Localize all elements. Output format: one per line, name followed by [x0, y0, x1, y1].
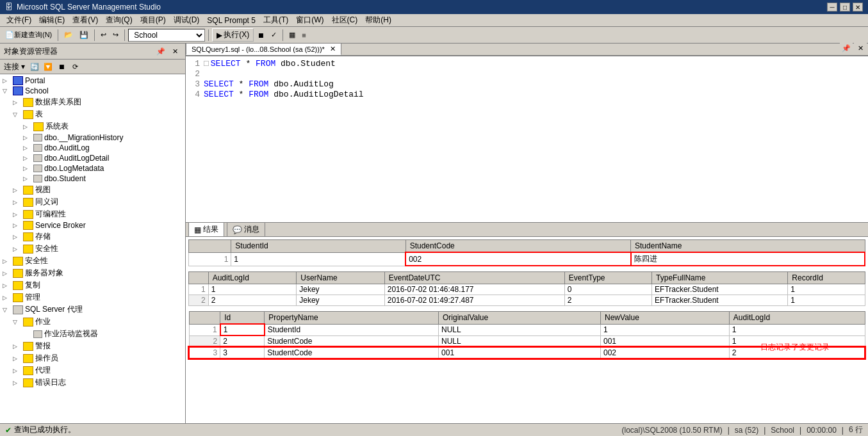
- tree-item-jobs[interactable]: ▽ 作业: [12, 316, 184, 328]
- oe-close-btn[interactable]: ✕: [168, 45, 181, 57]
- tree-item-migration[interactable]: ▷ dbo.__MigrationHistory: [22, 133, 184, 143]
- minimize-btn[interactable]: ─: [827, 3, 837, 12]
- expand-auditlog[interactable]: ▷: [23, 145, 33, 151]
- expand-migration[interactable]: ▷: [23, 134, 33, 141]
- tree-item-alerts[interactable]: ▷ 警报: [12, 340, 184, 352]
- tree-item-synonyms[interactable]: ▷ 同义词: [12, 196, 184, 208]
- tree-item-errorlogs[interactable]: ▷ 错误日志: [12, 376, 184, 389]
- tree-item-views[interactable]: ▷ 视图: [12, 184, 184, 196]
- tree-item-replication[interactable]: ▷ 复制: [1, 279, 184, 291]
- expand-student[interactable]: ▷: [23, 175, 33, 182]
- cell-al-date-1: 2016-07-02 01:46:48.177: [384, 284, 564, 295]
- expand-proxies[interactable]: ▷: [13, 367, 23, 374]
- database-selector[interactable]: SchoolPortalmaster: [128, 29, 205, 42]
- results-content[interactable]: StudentId StudentCode StudentName 1 1 00…: [186, 237, 868, 423]
- tree-item-sqlagent[interactable]: ▽ SQL Server 代理: [1, 303, 184, 316]
- query-tab-1[interactable]: SQLQuery1.sql - (lo...08.School (sa (52)…: [186, 43, 341, 55]
- tree-item-logmetadata[interactable]: ▷ dbo.LogMetadata: [22, 163, 184, 174]
- redo-btn[interactable]: ↪: [110, 28, 121, 42]
- cell-al-fullname-1: EFTracker.Student: [652, 284, 788, 295]
- oe-refresh-btn[interactable]: 🔄: [28, 61, 41, 72]
- expand-views[interactable]: ▷: [13, 187, 23, 193]
- tree-item-systables[interactable]: ▷ 系统表: [22, 120, 184, 133]
- tree-item-jobmonitor[interactable]: 作业活动监视器: [22, 328, 184, 340]
- menu-tools[interactable]: 工具(T): [259, 13, 292, 27]
- tree-item-portal[interactable]: ▷ Portal: [1, 76, 184, 86]
- oe-filter-btn[interactable]: 🔽: [42, 61, 54, 72]
- expand-management[interactable]: ▷: [3, 295, 13, 301]
- tree-item-servicebroker[interactable]: ▷ Service Broker: [12, 220, 184, 230]
- expand-school[interactable]: ▽: [3, 88, 13, 94]
- tree-item-programmability[interactable]: ▷ 可编程性: [12, 208, 184, 220]
- oe-stop-btn[interactable]: ⏹: [55, 61, 68, 72]
- folder-icon-programmability: [23, 210, 33, 219]
- tree-item-operators[interactable]: ▷ 操作员: [12, 352, 184, 364]
- query-close-btn[interactable]: ✕: [854, 42, 867, 54]
- tree-item-auditlogdetail[interactable]: ▷ dbo.AuditLogDetail: [22, 153, 184, 163]
- expand-tables[interactable]: ▽: [13, 111, 23, 118]
- menu-help[interactable]: 帮助(H): [361, 13, 395, 27]
- menu-edit[interactable]: 编辑(E): [35, 13, 69, 27]
- tree-item-tables[interactable]: ▽ 表: [12, 108, 184, 120]
- menu-file[interactable]: 文件(F): [3, 13, 35, 27]
- open-btn[interactable]: 📂: [61, 28, 76, 42]
- expand-programmability[interactable]: ▷: [13, 211, 23, 218]
- expand-sqlagent[interactable]: ▽: [3, 307, 13, 313]
- tree-item-school[interactable]: ▽ School: [1, 86, 184, 96]
- query-tab-close[interactable]: ✕: [330, 45, 336, 53]
- results-tab-grid[interactable]: ▦ 结果: [188, 222, 224, 237]
- expand-portal[interactable]: ▷: [3, 77, 13, 84]
- stop-btn[interactable]: ⏹: [255, 28, 267, 42]
- expand-security-school[interactable]: ▷: [13, 246, 23, 252]
- menu-sqlprompt[interactable]: SQL Prompt 5: [203, 15, 259, 26]
- expand-operators[interactable]: ▷: [13, 355, 23, 362]
- expand-errorlogs[interactable]: ▷: [13, 380, 23, 386]
- cell-al-date-2: 2016-07-02 01:49:27.487: [384, 295, 564, 306]
- tree-label-serverobjects: 服务器对象: [25, 268, 63, 279]
- expand-serverobjects[interactable]: ▷: [3, 270, 13, 277]
- close-btn[interactable]: ✕: [853, 3, 863, 12]
- expand-storage[interactable]: ▷: [13, 234, 23, 240]
- expand-replication[interactable]: ▷: [3, 282, 13, 289]
- code-line-2: 2: [188, 69, 865, 79]
- execute-button[interactable]: ▶ 执行(X): [212, 28, 254, 42]
- expand-systables[interactable]: ▷: [23, 124, 33, 130]
- menu-window[interactable]: 窗口(W): [292, 13, 327, 27]
- save-btn[interactable]: 💾: [77, 28, 91, 42]
- query-editor[interactable]: 1 □ SELECT * FROM dbo.Student 2 3 SELECT…: [186, 56, 868, 223]
- expand-dbdiagram[interactable]: ▷: [13, 99, 23, 106]
- tree-item-proxies[interactable]: ▷ 代理: [12, 364, 184, 376]
- tree-label-tables: 表: [35, 109, 43, 120]
- expand-logmetadata[interactable]: ▷: [23, 165, 33, 172]
- tree-item-management[interactable]: ▷ 管理: [1, 291, 184, 303]
- tree-item-storage[interactable]: ▷ 存储: [12, 230, 184, 243]
- results-tab-messages[interactable]: 💬 消息: [227, 222, 265, 237]
- menu-query[interactable]: 查询(Q): [102, 13, 136, 27]
- new-query-btn[interactable]: 📄 新建查询(N): [3, 28, 54, 42]
- menu-view[interactable]: 查看(V): [69, 13, 102, 27]
- query-pin-btn[interactable]: 📌: [840, 42, 853, 54]
- menu-project[interactable]: 项目(P): [136, 13, 170, 27]
- tree-item-security-school[interactable]: ▷ 安全性: [12, 243, 184, 255]
- results-grid-btn[interactable]: ▦: [286, 28, 298, 42]
- oe-tree[interactable]: ▷ Portal ▽ School ▷ 数据库关系图 ▽ 表: [0, 74, 185, 423]
- parse-btn[interactable]: ✓: [268, 28, 279, 42]
- oe-pin-btn[interactable]: 📌: [154, 45, 167, 57]
- menu-community[interactable]: 社区(C): [328, 13, 362, 27]
- tree-item-serverobjects[interactable]: ▷ 服务器对象: [1, 267, 184, 279]
- expand-alerts[interactable]: ▷: [13, 343, 23, 350]
- expand-auditlogdetail[interactable]: ▷: [23, 155, 33, 161]
- expand-security[interactable]: ▷: [3, 258, 13, 264]
- tree-item-auditlog[interactable]: ▷ dbo.AuditLog: [22, 143, 184, 153]
- undo-btn[interactable]: ↩: [98, 28, 109, 42]
- expand-jobs[interactable]: ▽: [13, 319, 23, 325]
- maximize-btn[interactable]: □: [840, 3, 850, 12]
- tree-item-dbdiagram[interactable]: ▷ 数据库关系图: [12, 96, 184, 108]
- oe-sync-btn[interactable]: ⟳: [69, 61, 81, 72]
- expand-synonyms[interactable]: ▷: [13, 199, 23, 206]
- menu-debug[interactable]: 调试(D): [170, 13, 204, 27]
- tree-item-security[interactable]: ▷ 安全性: [1, 255, 184, 267]
- expand-servicebroker[interactable]: ▷: [13, 222, 23, 229]
- results-text-btn[interactable]: ≡: [299, 28, 308, 42]
- tree-item-student[interactable]: ▷ dbo.Student: [22, 174, 184, 184]
